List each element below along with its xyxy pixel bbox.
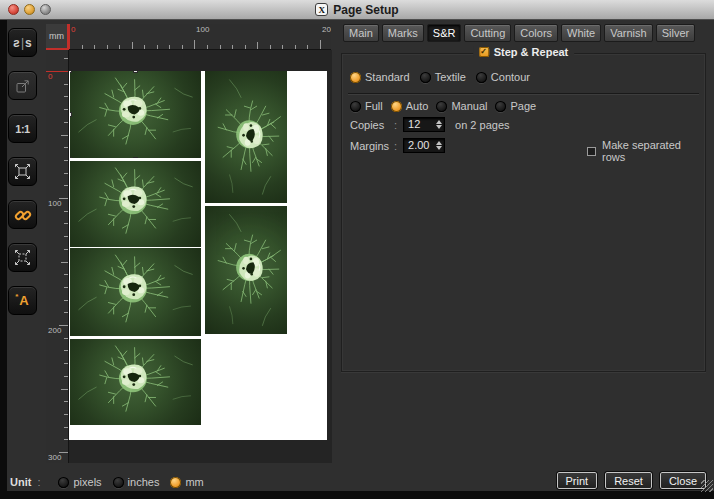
ruler-tick bbox=[64, 211, 68, 212]
ruler-tick bbox=[94, 45, 95, 49]
reset-button[interactable]: Reset bbox=[605, 472, 652, 489]
tab-varnish[interactable]: Varnish bbox=[604, 24, 652, 42]
mode-option-textile[interactable]: Textile bbox=[420, 71, 466, 83]
spin-down-icon[interactable] bbox=[436, 146, 442, 150]
fit-inward-icon bbox=[14, 163, 31, 180]
mode-option-label: Standard bbox=[365, 71, 410, 83]
flower-copy-6[interactable] bbox=[205, 206, 287, 334]
unit-option-inches[interactable]: inches bbox=[113, 476, 160, 488]
ruler-label: 300 bbox=[48, 453, 61, 462]
actual-size-button[interactable]: 1:1 bbox=[8, 114, 37, 143]
selection-handle-e[interactable] bbox=[200, 112, 201, 117]
fit-option-full[interactable]: Full bbox=[350, 100, 383, 112]
link-icon bbox=[14, 206, 32, 224]
spin-up-icon[interactable] bbox=[436, 120, 442, 124]
annotation-button[interactable]: *A bbox=[8, 286, 37, 315]
fit-option-label: Manual bbox=[451, 100, 487, 112]
margins-value: 2.00 bbox=[408, 139, 429, 151]
window-bottom-edge bbox=[0, 491, 714, 499]
mode-option-standard[interactable]: Standard bbox=[350, 71, 410, 83]
flower-copy-4[interactable] bbox=[70, 339, 201, 425]
ruler-tick bbox=[295, 45, 296, 49]
unit-option-mm[interactable]: mm bbox=[170, 476, 203, 488]
selection-handle-n[interactable] bbox=[133, 71, 138, 73]
preview-canvas[interactable] bbox=[69, 50, 332, 463]
margins-input[interactable]: 2.00 bbox=[403, 138, 445, 153]
ruler-tick bbox=[282, 45, 283, 49]
ruler-tick bbox=[64, 58, 68, 59]
step-repeat-title: Step & Repeat bbox=[494, 46, 569, 58]
flower-copy-5[interactable] bbox=[205, 71, 287, 203]
tab-s-r[interactable]: S&R bbox=[427, 24, 462, 42]
spin-down-icon[interactable] bbox=[436, 125, 442, 129]
radio-icon bbox=[420, 72, 431, 83]
ruler-label: 200 bbox=[322, 25, 331, 34]
flower-copy-1[interactable] bbox=[70, 71, 201, 158]
copies-value: 12 bbox=[408, 118, 420, 130]
tab-marks[interactable]: Marks bbox=[382, 24, 424, 42]
ruler-tick bbox=[64, 287, 68, 288]
margins-stepper[interactable] bbox=[434, 139, 443, 152]
mirror-button[interactable]: s|s bbox=[8, 28, 37, 57]
radio-icon bbox=[113, 477, 124, 488]
ruler-tick bbox=[61, 135, 68, 136]
spin-up-icon[interactable] bbox=[436, 141, 442, 145]
step-repeat-checkbox[interactable]: ✓ bbox=[479, 47, 489, 57]
unit-option-pixels[interactable]: pixels bbox=[58, 476, 101, 488]
ruler-tick bbox=[64, 312, 68, 313]
mode-radio-group: StandardTextileContour bbox=[350, 71, 530, 83]
dialog-buttons: PrintResetClose bbox=[557, 472, 707, 489]
ruler-tick bbox=[232, 45, 233, 49]
tab-colors[interactable]: Colors bbox=[514, 24, 558, 42]
make-separated-rows-option[interactable]: Make separated rows bbox=[587, 139, 705, 163]
selection-handle-w[interactable] bbox=[70, 112, 72, 117]
tab-silver[interactable]: Silver bbox=[656, 24, 696, 42]
flower-copy-3[interactable] bbox=[70, 248, 201, 336]
tab-cutting[interactable]: Cutting bbox=[464, 24, 511, 42]
step-repeat-tile-button[interactable] bbox=[8, 243, 37, 272]
selection-marquee[interactable] bbox=[70, 71, 201, 158]
export-arrow-icon bbox=[15, 78, 31, 94]
ruler-tick bbox=[64, 274, 68, 275]
ruler-tick bbox=[182, 45, 183, 49]
fit-option-manual[interactable]: Manual bbox=[436, 100, 487, 112]
selection-handle-s[interactable] bbox=[133, 157, 138, 158]
close-button[interactable]: Close bbox=[660, 472, 706, 489]
selection-handle-ne[interactable] bbox=[200, 71, 201, 73]
copies-row: Copies : 12 on 2 pages bbox=[350, 117, 510, 132]
flower-photo-art bbox=[205, 71, 287, 203]
fit-option-page[interactable]: Page bbox=[495, 100, 536, 112]
link-button[interactable] bbox=[8, 200, 37, 229]
selection-handle-se[interactable] bbox=[200, 157, 201, 158]
ruler-tick bbox=[64, 173, 68, 174]
scale-to-media-button[interactable] bbox=[8, 71, 37, 100]
copies-stepper[interactable] bbox=[434, 118, 443, 131]
unit-radio-group: pixelsinchesmm bbox=[58, 476, 203, 488]
flower-photo-art bbox=[70, 248, 201, 336]
resize-grip-icon[interactable] bbox=[701, 480, 713, 492]
mode-option-label: Textile bbox=[435, 71, 466, 83]
ruler-tick bbox=[257, 42, 258, 49]
flower-photo bbox=[205, 71, 287, 203]
selection-handle-sw[interactable] bbox=[70, 157, 72, 158]
radio-icon bbox=[350, 72, 361, 83]
tab-main[interactable]: Main bbox=[343, 24, 379, 42]
ruler-tick bbox=[320, 40, 321, 49]
tab-white[interactable]: White bbox=[561, 24, 601, 42]
ruler-tick bbox=[64, 160, 68, 161]
mode-option-contour[interactable]: Contour bbox=[476, 71, 530, 83]
separated-rows-checkbox[interactable] bbox=[587, 147, 596, 156]
copies-pages-note: on 2 pages bbox=[455, 119, 509, 131]
radio-icon bbox=[350, 101, 361, 112]
ruler-tick bbox=[119, 45, 120, 49]
radio-icon bbox=[170, 477, 181, 488]
flower-copy-2[interactable] bbox=[70, 161, 201, 247]
ruler-tick bbox=[270, 45, 271, 49]
unit-option-label: mm bbox=[185, 476, 203, 488]
print-button[interactable]: Print bbox=[557, 472, 598, 489]
fit-to-page-button[interactable] bbox=[8, 157, 37, 186]
fit-option-auto[interactable]: Auto bbox=[391, 100, 429, 112]
copies-input[interactable]: 12 bbox=[403, 117, 445, 132]
flower-photo bbox=[70, 248, 201, 336]
selection-handle-nw[interactable] bbox=[70, 71, 72, 73]
